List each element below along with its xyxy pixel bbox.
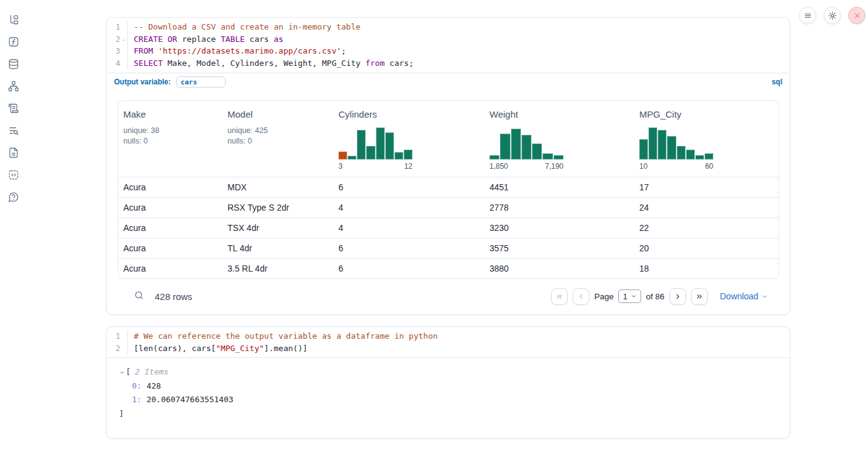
code-text: CREATE OR replace TABLE cars as xyxy=(128,33,284,46)
code-line[interactable]: 2[len(cars), cars["MPG_City"].mean()] xyxy=(107,342,790,355)
chevron-down-icon[interactable] xyxy=(119,370,125,376)
table-row: AcuraTSX 4dr4323022 xyxy=(118,217,779,238)
python-code-editor[interactable]: 1# We can reference the output variable … xyxy=(107,327,790,357)
histogram-bar xyxy=(667,136,676,160)
chevron-right-icon xyxy=(674,293,682,301)
previous-page-button[interactable] xyxy=(573,288,589,305)
table-cell: 4 xyxy=(334,223,485,233)
table-cell: 4 xyxy=(334,203,485,212)
histogram-bar xyxy=(385,132,394,160)
dependency-graph-icon[interactable] xyxy=(8,81,19,92)
line-number: 1 xyxy=(115,330,120,342)
database-icon[interactable] xyxy=(8,59,19,70)
items-count-label: 2 Items xyxy=(135,365,169,379)
file-tree-icon[interactable] xyxy=(8,14,19,25)
search-icon[interactable] xyxy=(134,290,144,303)
tree-root: [ 2 Items xyxy=(119,365,780,379)
axis-min-label: 10 xyxy=(639,162,647,171)
table-cell: 22 xyxy=(634,223,779,233)
column-header-cylinders[interactable]: Cylinders 3 12 xyxy=(334,101,485,177)
pagination: Page 1 of 86 Download xyxy=(551,288,768,305)
next-page-button[interactable] xyxy=(669,288,686,305)
code-line[interactable]: 1-- Download a CSV and create an in-memo… xyxy=(107,21,790,33)
line-number: 2 xyxy=(115,33,120,46)
page-select-value: 1 xyxy=(623,292,627,301)
table-footer: 428 rows Page 1 of 86 xyxy=(118,279,779,314)
axis-max-label: 12 xyxy=(404,162,412,171)
settings-button[interactable] xyxy=(824,7,841,24)
page-select[interactable]: 1 xyxy=(618,289,641,303)
code-text: # We can reference the output variable a… xyxy=(128,330,438,342)
language-badge: sql xyxy=(772,78,782,86)
download-button[interactable]: Download xyxy=(720,291,768,301)
code-text: FROM 'https://datasets.marimo.app/cars.c… xyxy=(128,45,346,57)
table-cell: 3230 xyxy=(485,223,634,233)
tree-entry-value: 428 xyxy=(147,381,161,390)
code-text: [len(cars), cars["MPG_City"].mean()] xyxy=(128,342,308,355)
tree-entry: 0:428 xyxy=(119,379,780,394)
sql-code-editor[interactable]: 1-- Download a CSV and create an in-memo… xyxy=(107,18,790,73)
line-gutter: 2 xyxy=(107,342,128,355)
column-title: Make xyxy=(123,109,218,119)
table-cell: RSX Type S 2dr xyxy=(223,203,334,212)
fold-chevron-icon[interactable]: ⌄ xyxy=(120,33,127,46)
table-cell: Acura xyxy=(118,182,223,192)
first-page-button[interactable] xyxy=(551,288,568,305)
column-header-weight[interactable]: Weight 1,850 7,190 xyxy=(485,101,634,177)
line-gutter: 1 xyxy=(107,21,128,33)
table-row: AcuraMDX6445117 xyxy=(118,177,779,197)
table-cell: 3880 xyxy=(485,264,634,273)
cylinders-histogram: 3 12 xyxy=(338,127,412,171)
line-gutter: 4 xyxy=(107,57,128,70)
code-snippets-icon[interactable] xyxy=(8,169,19,180)
last-page-button[interactable] xyxy=(691,288,708,305)
column-title: MPG_City xyxy=(639,109,774,119)
table-body: AcuraMDX6445117AcuraRSX Type S 2dr427782… xyxy=(118,177,779,278)
table-cell: 17 xyxy=(634,182,779,192)
table-header-row: Make unique: 38 nulls: 0 Model unique: 4… xyxy=(118,101,779,177)
document-icon[interactable] xyxy=(8,147,19,158)
table-row: Acura3.5 RL 4dr6388018 xyxy=(118,258,779,278)
open-bracket: [ xyxy=(126,365,131,379)
shutdown-close-icon xyxy=(854,12,861,19)
tree-entry: 1:20.060747663551403 xyxy=(119,393,780,407)
histogram-bar xyxy=(348,156,356,160)
total-pages-label: of 86 xyxy=(646,292,665,301)
column-title: Cylinders xyxy=(338,109,480,119)
code-line[interactable]: 1# We can reference the output variable … xyxy=(107,330,790,342)
code-line[interactable]: 4SELECT Make, Model, Cylinders, Weight, … xyxy=(107,57,790,70)
table-output: Make unique: 38 nulls: 0 Model unique: 4… xyxy=(107,91,790,314)
code-line[interactable]: 3FROM 'https://datasets.marimo.app/cars.… xyxy=(107,45,790,57)
list-search-icon[interactable] xyxy=(8,125,19,136)
table-row: AcuraTL 4dr6357520 xyxy=(118,238,779,258)
histogram-bar xyxy=(554,155,563,160)
menu-button[interactable] xyxy=(799,7,816,24)
scroll-logs-icon[interactable] xyxy=(8,103,19,114)
column-header-model[interactable]: Model unique: 425 nulls: 0 xyxy=(223,101,334,177)
histogram-bar xyxy=(695,155,704,160)
code-text: SELECT Make, Model, Cylinders, Weight, M… xyxy=(128,57,414,70)
line-gutter: 3 xyxy=(107,45,128,57)
tree-entries: 0:4281:20.060747663551403 xyxy=(119,379,780,407)
line-gutter: 2⌄ xyxy=(107,33,128,46)
output-variable-input[interactable] xyxy=(176,76,226,87)
histogram-bar xyxy=(649,127,657,160)
help-icon[interactable] xyxy=(8,192,19,203)
table-cell: 6 xyxy=(334,182,485,192)
tree-entry-key: 0: xyxy=(132,381,142,390)
column-stats: unique: 425 nulls: 0 xyxy=(227,126,329,147)
table-cell: 6 xyxy=(334,264,485,273)
column-header-make[interactable]: Make unique: 38 nulls: 0 xyxy=(118,101,223,177)
sql-cell-subbar: Output variable: sql xyxy=(107,73,790,91)
code-line[interactable]: 2⌄CREATE OR replace TABLE cars as xyxy=(107,33,790,46)
shutdown-button[interactable] xyxy=(848,7,866,24)
left-sidebar xyxy=(0,0,27,449)
column-header-mpg-city[interactable]: MPG_City 10 60 xyxy=(634,101,779,177)
output-variable-label: Output variable: xyxy=(114,78,171,86)
histogram-bar xyxy=(686,150,695,160)
table-cell: MDX xyxy=(223,182,334,192)
mpg-city-histogram: 10 60 xyxy=(639,127,713,171)
tree-entry-value: 20.060747663551403 xyxy=(147,395,234,404)
table-cell: 2778 xyxy=(485,203,634,212)
function-icon[interactable] xyxy=(8,36,19,47)
